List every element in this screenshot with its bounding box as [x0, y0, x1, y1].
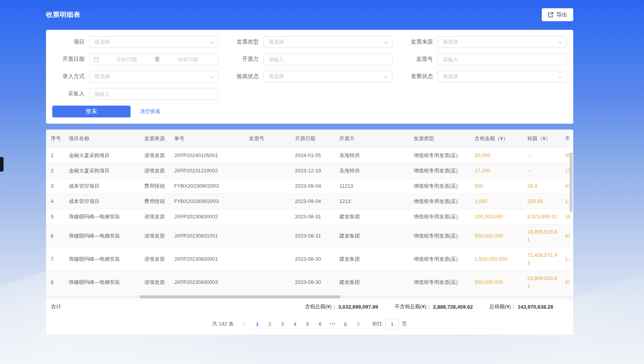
filter-panel: 项目 请选择 发票类型 请选择 发票来源 请选择 — [46, 30, 573, 124]
table-row[interactable]: 6 珠穆朗玛峰—电梯安装 进项发票 JXFP20230831001 2023-0… — [46, 225, 570, 248]
invoice-type-select[interactable]: 请选择 — [263, 36, 392, 48]
table-scroll-area: 序号 项目名称 发票来源 单号 发票号 开票日期 开票方 发票类型 含税金额（¥… — [46, 130, 573, 298]
entry-method-select[interactable]: 请选择 — [89, 71, 218, 82]
table-row[interactable]: 4 成本管控项目 费用报销 FYBX20230902003 2023-09-04… — [46, 194, 570, 209]
horizontal-scrollbar-thumb[interactable] — [140, 295, 340, 298]
page-button-8[interactable]: 8 — [339, 318, 351, 330]
summary-item-label: 总税额(¥)： — [489, 303, 516, 310]
cell-order-no: JXFP20231219002 — [169, 163, 244, 179]
filter-row: 录入方式 请选择 验真状态 请选择 查重状态 请选择 — [52, 71, 567, 82]
goto-page-input[interactable] — [385, 319, 399, 329]
table-row[interactable]: 1 金融大厦采购项目 进项发票 JXFP20240105001 2024-01-… — [46, 148, 570, 163]
column-header-amount-with-tax: 含税金额（¥） — [470, 130, 523, 148]
page-button-2[interactable]: 2 — [263, 318, 276, 330]
invoice-source-select[interactable]: 请选择 — [438, 36, 567, 48]
cell-index: 7 — [46, 248, 64, 271]
cell-amount-without-tax: 1,4 — [560, 248, 570, 271]
cell-tax: 23,809,523.81 — [523, 225, 560, 248]
cell-order-no: FYBX20230902003 — [169, 179, 244, 194]
invoice-table-card: 序号 项目名称 发票来源 单号 发票号 开票日期 开票方 发票类型 含税金额（¥… — [46, 130, 573, 335]
column-header-invoice-no: 发票号 — [244, 130, 290, 148]
table-row[interactable]: 7 珠穆朗玛峰—电梯安装 进项发票 JXFP20230830001 2023-0… — [46, 248, 570, 271]
vertical-scrollbar-thumb[interactable] — [570, 152, 572, 212]
cell-tax: 230.09 — [523, 194, 560, 209]
topbar: 收票明细表 导出 — [46, 0, 573, 26]
export-button[interactable]: 导出 — [542, 8, 573, 21]
filter-field-entry-method: 录入方式 请选择 — [52, 71, 218, 82]
cell-invoice-source: 进项发票 — [140, 271, 169, 294]
cell-order-no: JXFP20230830002 — [169, 209, 244, 225]
cell-invoice-source: 费用报销 — [140, 194, 169, 209]
table-row[interactable]: 3 成本管控项目 费用报销 FYBX20230902003 2023-09-04… — [46, 179, 570, 194]
column-header-invoice-type: 发票类型 — [409, 130, 470, 148]
cell-project-name: 珠穆朗玛峰—电梯安装 — [64, 271, 140, 294]
summary-item-label: 含税总额(¥)： — [305, 303, 337, 310]
cell-project-name: 成本管控项目 — [64, 179, 140, 194]
invoice-date-label: 开票日期 — [52, 56, 85, 63]
collector-input[interactable] — [89, 88, 218, 100]
cell-order-no: FYBX20230902003 — [169, 194, 244, 209]
cell-order-no: JXFP20240105001 — [169, 148, 244, 163]
cell-invoice-no — [244, 194, 290, 209]
table-row[interactable]: 5 珠穆朗玛峰—电梯安装 进项发票 JXFP20230830002 2023-0… — [46, 209, 570, 225]
page-button-4[interactable]: 4 — [289, 318, 301, 330]
cell-issuer: 建发集团 — [335, 248, 409, 271]
column-header-tax: 税额（¥） — [523, 130, 560, 148]
chevron-down-icon — [558, 75, 562, 79]
column-header-invoice-source: 发票来源 — [140, 130, 169, 148]
cell-index: 4 — [46, 194, 64, 209]
cell-invoice-date: 2023-09-04 — [290, 194, 335, 209]
issuer-input[interactable] — [263, 53, 392, 65]
table-row[interactable]: 2 金融大厦采购项目 进项发票 JXFP20231219002 2023-12-… — [46, 163, 570, 179]
cell-issuer: 东海特供 — [335, 148, 409, 163]
page-button-6[interactable]: 6 — [314, 318, 326, 330]
filter-field-dedup-status: 查重状态 请选择 — [401, 71, 567, 82]
prev-page-button[interactable] — [239, 318, 251, 330]
column-header-project-name: 项目名称 — [64, 130, 140, 148]
cell-invoice-date: 2023-08-31 — [290, 225, 335, 248]
invoice-no-input[interactable] — [438, 53, 567, 65]
column-header-amount-without-tax: 不含税金额（¥） — [560, 130, 570, 148]
horizontal-scrollbar[interactable] — [46, 295, 573, 298]
cell-amount-without-tax: 47 — [560, 179, 570, 194]
page-button-5[interactable]: 5 — [301, 318, 314, 330]
search-button[interactable]: 搜索 — [52, 106, 131, 117]
cell-invoice-source: 进项发票 — [140, 248, 169, 271]
invoice-date-range[interactable]: 至 — [89, 53, 218, 65]
cell-tax: 28.3 — [523, 179, 560, 194]
chevron-down-icon — [384, 75, 388, 79]
project-select[interactable]: 请选择 — [89, 36, 218, 48]
page-ellipsis[interactable]: ••• — [326, 318, 339, 330]
cell-invoice-date: 2023-08-30 — [290, 248, 335, 271]
cell-amount-with-tax: 200,000,000 — [470, 209, 523, 225]
page-button-1[interactable]: 1 — [251, 318, 263, 330]
cell-invoice-source: 进项发票 — [140, 163, 169, 179]
start-date-input[interactable] — [100, 57, 153, 62]
end-date-input[interactable] — [162, 57, 215, 62]
cell-amount-without-tax: 17 — [560, 163, 570, 179]
cell-amount-without-tax: 47 — [560, 225, 570, 248]
invoice-type-label: 发票类型 — [226, 38, 259, 46]
drawer-handle[interactable] — [0, 157, 4, 172]
cell-project-name: 珠穆朗玛峰—电梯安装 — [64, 225, 140, 248]
project-select-placeholder: 请选择 — [94, 38, 110, 46]
page-button-3[interactable]: 3 — [276, 318, 289, 330]
verify-status-select[interactable]: 请选择 — [263, 71, 392, 82]
table-row[interactable]: 8 珠穆朗玛峰—电梯安装 进项发票 JXFP20230830003 2023-0… — [46, 271, 570, 294]
dedup-status-select[interactable]: 请选择 — [438, 71, 567, 82]
cell-amount-with-tax: 1,500,000,000 — [470, 248, 523, 271]
column-header-invoice-date: 开票日期 — [290, 130, 335, 148]
cell-issuer: 建发集团 — [335, 225, 409, 248]
clear-search-button[interactable]: 清空搜索 — [140, 108, 160, 115]
cell-invoice-source: 费用报销 — [140, 179, 169, 194]
cell-issuer: 1213 — [335, 194, 409, 209]
vertical-scrollbar[interactable] — [570, 152, 572, 302]
cell-tax: -- — [523, 163, 560, 179]
next-page-button[interactable] — [351, 318, 363, 330]
page-container: 收票明细表 导出 项目 请选择 发票类型 — [46, 0, 573, 335]
cell-invoice-date: 2023-08-30 — [290, 271, 335, 294]
table-header-row: 序号 项目名称 发票来源 单号 发票号 开票日期 开票方 发票类型 含税金额（¥… — [46, 130, 570, 148]
cell-invoice-type: 增值税专用发票(蓝) — [409, 148, 470, 163]
verify-status-label: 验真状态 — [226, 73, 259, 80]
filter-field-invoice-date: 开票日期 至 — [52, 53, 218, 65]
